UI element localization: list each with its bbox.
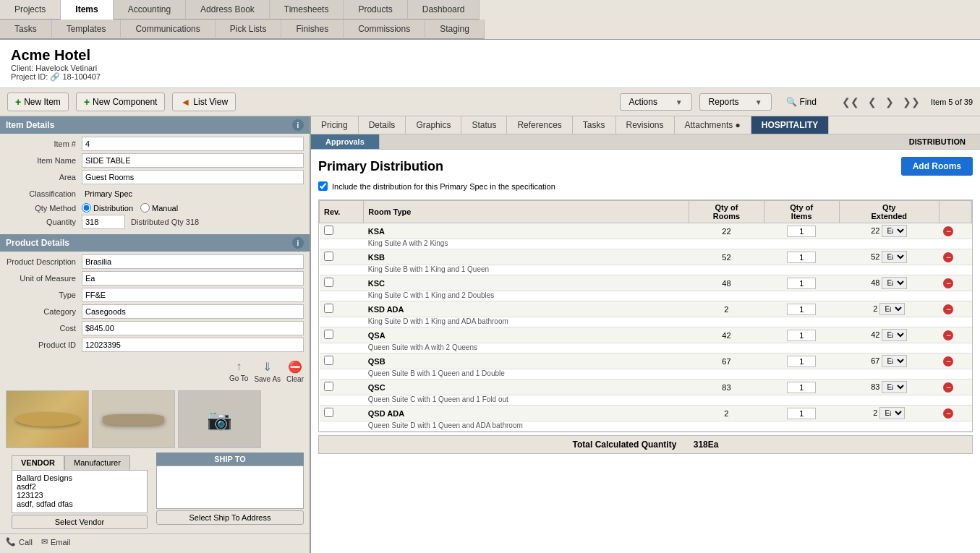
goto-button[interactable]: ↑ Go To	[229, 360, 249, 383]
reports-dropdown[interactable]: Reports ▼	[699, 93, 772, 111]
type-input[interactable]	[82, 288, 304, 302]
rev-checkbox[interactable]	[324, 226, 333, 235]
room-desc-cell: King Suite A with 2 Kings	[364, 239, 939, 249]
nav-tab-products[interactable]: Products	[344, 0, 407, 20]
sub-tab-approvals[interactable]: Approvals	[311, 134, 380, 149]
area-input[interactable]	[82, 170, 304, 184]
quantity-input[interactable]	[82, 215, 125, 229]
nav-tab-commissions[interactable]: Commissions	[344, 20, 425, 39]
add-rooms-button[interactable]: Add Rooms	[901, 157, 973, 176]
prev-item-button[interactable]: ❮	[864, 95, 880, 109]
tab-pricing[interactable]: Pricing	[311, 116, 359, 134]
rev-checkbox[interactable]	[324, 252, 333, 261]
product-id-input[interactable]	[82, 338, 304, 352]
product-details-info-icon[interactable]: i	[292, 237, 304, 249]
new-component-button[interactable]: + New Component	[76, 93, 166, 111]
uom-select[interactable]: Ea	[882, 225, 907, 237]
manufacturer-tab[interactable]: Manufacturer	[64, 455, 130, 470]
cost-input[interactable]	[82, 321, 304, 335]
nav-tab-accounting[interactable]: Accounting	[114, 0, 186, 20]
qty-items-input[interactable]	[787, 252, 816, 263]
uom-select[interactable]: Ea	[882, 329, 907, 341]
uom-select[interactable]: Ea	[882, 277, 907, 289]
vendor-tab[interactable]: VENDOR	[12, 455, 64, 470]
product-image-1[interactable]	[6, 390, 89, 448]
remove-row-button[interactable]: −	[943, 356, 953, 366]
qty-items-input[interactable]	[787, 408, 816, 419]
tab-status[interactable]: Status	[461, 116, 507, 134]
rev-checkbox[interactable]	[324, 382, 333, 391]
rev-checkbox[interactable]	[324, 356, 333, 365]
call-button[interactable]: 📞 Call	[6, 537, 33, 546]
rev-checkbox[interactable]	[324, 278, 333, 287]
qty-items-input[interactable]	[787, 382, 816, 393]
new-item-button[interactable]: + New Item	[7, 93, 69, 111]
qty-manual-radio[interactable]: Manual	[140, 203, 178, 213]
tab-details[interactable]: Details	[359, 116, 406, 134]
nav-tab-finishes[interactable]: Finishes	[281, 20, 344, 39]
contact-row: 📞 Call ✉ Email	[0, 533, 310, 549]
nav-tab-staging[interactable]: Staging	[425, 20, 485, 39]
rev-checkbox[interactable]	[324, 304, 333, 313]
qty-items-input[interactable]	[787, 330, 816, 341]
remove-row-button[interactable]: −	[943, 278, 953, 288]
nav-tab-address-book[interactable]: Address Book	[186, 0, 270, 20]
nav-tab-dashboard[interactable]: Dashboard	[408, 0, 480, 20]
qty-items-input[interactable]	[787, 304, 816, 315]
next-item-button[interactable]: ❯	[882, 95, 898, 109]
email-button[interactable]: ✉ Email	[41, 537, 71, 546]
uom-select[interactable]: Ea	[882, 251, 907, 263]
nav-tab-items[interactable]: Items	[61, 0, 113, 20]
rev-checkbox[interactable]	[324, 330, 333, 339]
uom-select[interactable]: Ea	[879, 303, 905, 315]
nav-tab-templates[interactable]: Templates	[52, 20, 122, 39]
include-checkbox[interactable]	[318, 181, 328, 191]
select-vendor-button[interactable]: Select Vendor	[12, 515, 148, 529]
category-input[interactable]	[82, 304, 304, 319]
tab-revisions[interactable]: Revisions	[616, 116, 675, 134]
nav-tab-timesheets[interactable]: Timesheets	[270, 0, 344, 20]
qty-distribution-radio[interactable]: Distribution	[82, 203, 133, 213]
uom-select[interactable]: Ea	[879, 407, 905, 419]
qty-items-input[interactable]	[787, 278, 816, 289]
qty-manual-radio-input[interactable]	[140, 203, 150, 213]
remove-row-button[interactable]: −	[943, 330, 953, 340]
select-ship-to-button[interactable]: Select Ship To Address	[156, 510, 304, 525]
actions-dropdown[interactable]: Actions ▼	[620, 93, 692, 111]
qty-items-input[interactable]	[787, 226, 816, 237]
last-item-button[interactable]: ❯❯	[899, 95, 924, 109]
remove-row-button[interactable]: −	[943, 304, 953, 314]
tab-graphics[interactable]: Graphics	[406, 116, 461, 134]
remove-row-button[interactable]: −	[943, 408, 953, 419]
saveas-button[interactable]: ⇓ Save As	[254, 360, 281, 383]
tab-references[interactable]: References	[507, 116, 572, 134]
nav-tab-tasks[interactable]: Tasks	[0, 20, 52, 39]
product-image-placeholder[interactable]: 📷	[178, 390, 261, 448]
remove-row-button[interactable]: −	[943, 226, 953, 236]
uom-select[interactable]: Ea	[882, 355, 907, 367]
product-image-2[interactable]	[92, 390, 175, 448]
product-desc-input[interactable]	[82, 254, 304, 269]
distributed-qty-label: Distributed Qty 318	[131, 218, 199, 226]
nav-tab-communications[interactable]: Communications	[121, 20, 215, 39]
uom-select[interactable]: Ea	[882, 381, 907, 393]
remove-row-button[interactable]: −	[943, 382, 953, 393]
item-name-input[interactable]	[82, 153, 304, 168]
qty-items-input[interactable]	[787, 356, 816, 367]
clear-button[interactable]: ⛔ Clear	[286, 360, 304, 383]
item-num-input[interactable]	[82, 137, 304, 151]
item-details-info-icon[interactable]: i	[292, 119, 304, 131]
list-view-button[interactable]: ◄ List View	[172, 93, 236, 111]
uom-input[interactable]	[82, 271, 304, 286]
find-label: Find	[800, 97, 817, 107]
tab-tasks[interactable]: Tasks	[573, 116, 616, 134]
find-button[interactable]: 🔍 Find	[779, 94, 824, 110]
rev-checkbox[interactable]	[324, 408, 333, 417]
nav-tab-projects[interactable]: Projects	[0, 0, 61, 20]
first-item-button[interactable]: ❮❮	[838, 95, 863, 109]
tab-attachments[interactable]: Attachments ●	[675, 116, 751, 134]
qty-distribution-radio-input[interactable]	[82, 203, 91, 213]
tab-hospitality[interactable]: HOSPITALITY	[751, 116, 829, 134]
remove-row-button[interactable]: −	[943, 252, 953, 262]
nav-tab-pick-lists[interactable]: Pick Lists	[216, 20, 282, 39]
